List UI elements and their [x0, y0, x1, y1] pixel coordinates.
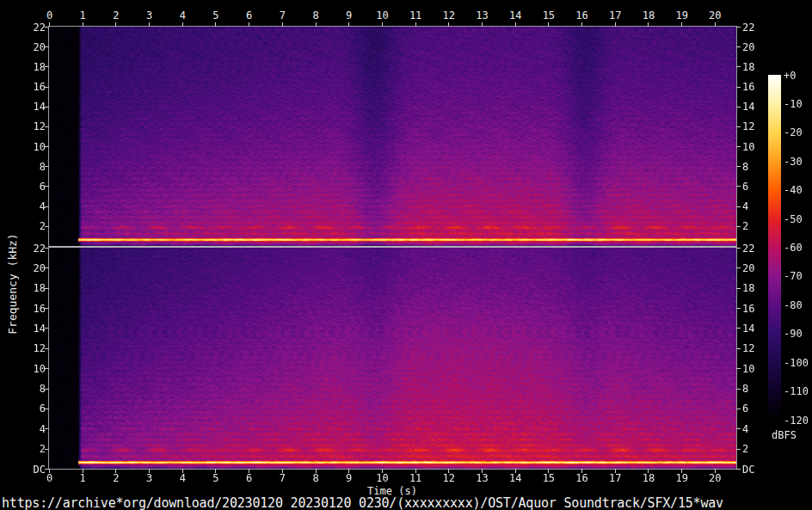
- time-tick-label: 15: [543, 9, 555, 22]
- freq-tick-label: 22: [3, 243, 46, 255]
- time-tick-label: 17: [609, 472, 621, 484]
- time-tick-label: 7: [280, 9, 286, 22]
- time-tick: [615, 22, 616, 27]
- time-tick-label: 5: [212, 9, 218, 22]
- freq-tick-label: 6: [742, 402, 748, 415]
- time-tick-label: 1: [80, 9, 86, 22]
- freq-tick-label: 8: [3, 383, 46, 395]
- freq-tick-label: 10: [3, 363, 46, 375]
- freq-tick: [736, 368, 741, 369]
- colorbar-gradient: [768, 75, 781, 420]
- time-tick-label: 14: [509, 472, 521, 484]
- time-tick: [49, 22, 50, 27]
- time-tick-label: 2: [113, 472, 119, 484]
- time-tick: [282, 22, 283, 27]
- colorbar-tick-label: -60: [784, 242, 803, 254]
- time-tick-label: 4: [180, 9, 186, 22]
- time-tick: [681, 22, 682, 27]
- time-tick: [415, 22, 416, 27]
- time-tick: [83, 22, 83, 27]
- freq-tick-label: 10: [3, 141, 46, 153]
- time-tick-label: 17: [609, 9, 621, 22]
- freq-tick: [736, 428, 741, 429]
- freq-tick: [736, 469, 741, 470]
- freq-tick-label: 14: [742, 101, 754, 113]
- freq-tick: [736, 166, 741, 167]
- time-tick: [715, 22, 716, 27]
- freq-tick-label: 14: [3, 101, 46, 113]
- time-tick-label: 15: [543, 472, 555, 484]
- freq-tick-label: 4: [742, 423, 748, 435]
- time-tick-label: 19: [675, 472, 687, 484]
- time-tick: [316, 22, 317, 27]
- time-tick: [249, 22, 249, 27]
- time-tick-label: 3: [146, 9, 152, 22]
- time-tick: [448, 22, 449, 27]
- colorbar-tick-label: -30: [784, 156, 803, 168]
- time-tick-label: 16: [575, 9, 587, 22]
- time-tick-label: 5: [212, 472, 218, 484]
- freq-tick: [736, 107, 741, 108]
- freq-tick-label: 16: [3, 81, 46, 93]
- spectrogram-figure: Frequency (kHz) 001122334455667788991010…: [0, 0, 812, 510]
- time-tick-label: 8: [312, 9, 318, 22]
- colorbar-tick-label: -50: [784, 213, 803, 225]
- time-tick-label: 20: [709, 472, 721, 484]
- freq-tick: [736, 328, 741, 329]
- freq-tick-label: 18: [3, 282, 46, 294]
- time-tick-label: 20: [709, 9, 721, 22]
- freq-tick: [736, 46, 741, 47]
- time-tick-label: 6: [246, 472, 252, 484]
- time-tick-label: 10: [376, 472, 388, 484]
- freq-tick-label: 16: [3, 303, 46, 315]
- time-tick: [581, 22, 582, 27]
- time-tick-label: 9: [346, 472, 352, 484]
- spectrogram-heatmap: [49, 27, 736, 469]
- time-tick-label: 2: [113, 9, 119, 22]
- freq-tick-label: 20: [3, 262, 46, 274]
- freq-tick-label: 10: [742, 141, 754, 153]
- freq-tick-label: 18: [742, 282, 754, 294]
- time-tick-label: 0: [46, 9, 52, 22]
- time-tick: [149, 22, 150, 27]
- colorbar-tick-label: -110: [784, 385, 809, 397]
- freq-tick-label: 20: [742, 41, 754, 53]
- time-tick-label: 10: [376, 9, 388, 22]
- freq-tick-label: 6: [3, 181, 46, 193]
- time-tick-label: 19: [675, 9, 687, 22]
- freq-tick-label: 22: [742, 243, 754, 255]
- time-tick: [648, 22, 649, 27]
- colorbar-tick-label: -70: [784, 270, 803, 282]
- time-tick: [382, 22, 383, 27]
- colorbar-tick-label: -120: [784, 415, 809, 427]
- freq-tick: [736, 348, 741, 349]
- freq-tick: [736, 186, 741, 187]
- colorbar-unit-label: dBFS: [772, 429, 797, 441]
- freq-tick-label: 20: [3, 41, 46, 53]
- time-tick: [115, 22, 116, 27]
- freq-tick: [736, 389, 741, 390]
- freq-tick-label: 8: [742, 383, 748, 395]
- freq-tick: [736, 146, 741, 147]
- time-tick-label: 8: [312, 472, 318, 484]
- freq-tick: [736, 267, 741, 268]
- time-tick: [182, 22, 183, 27]
- freq-tick-label: 12: [3, 120, 46, 132]
- time-tick-label: 7: [280, 472, 286, 484]
- time-tick-label: 16: [575, 472, 587, 484]
- freq-tick-label: 14: [3, 323, 46, 335]
- freq-tick-label: 4: [3, 200, 46, 212]
- freq-tick: [736, 226, 741, 227]
- freq-tick-label: 6: [742, 181, 748, 193]
- freq-tick: [736, 288, 741, 289]
- time-tick-label: 9: [346, 9, 352, 22]
- freq-tick-label: 12: [742, 120, 754, 132]
- freq-tick-label: 20: [742, 262, 754, 274]
- time-tick: [548, 22, 549, 27]
- time-tick-label: 1: [80, 472, 86, 484]
- colorbar-tick-label: +0: [784, 70, 796, 82]
- time-tick-label: 12: [443, 9, 455, 22]
- freq-tick-label: DC: [3, 464, 46, 476]
- freq-tick-label: 16: [742, 81, 754, 93]
- freq-tick: [736, 66, 741, 67]
